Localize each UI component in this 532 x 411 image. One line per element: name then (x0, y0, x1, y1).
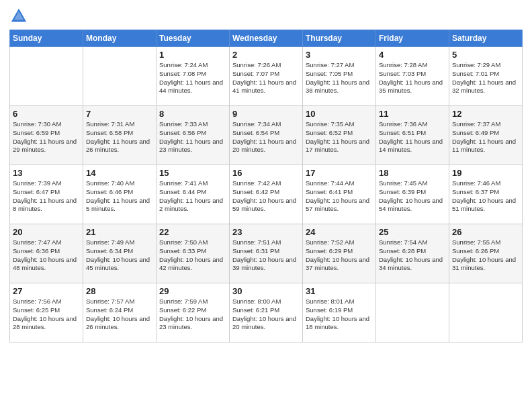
cell-info: Sunrise: 8:00 AM Sunset: 6:21 PM Dayligh… (232, 298, 300, 332)
day-number: 20 (13, 227, 80, 237)
cell-info: Sunrise: 7:28 AM Sunset: 7:03 PM Dayligh… (379, 61, 446, 95)
day-number: 7 (86, 109, 153, 119)
cell-info: Sunrise: 7:35 AM Sunset: 6:52 PM Dayligh… (306, 120, 373, 154)
calendar-week-row: 1Sunrise: 7:24 AM Sunset: 7:08 PM Daylig… (10, 47, 523, 106)
calendar-cell: 23Sunrise: 7:51 AM Sunset: 6:31 PM Dayli… (230, 224, 303, 283)
header (9, 7, 523, 26)
day-number: 4 (379, 50, 446, 60)
calendar-cell: 11Sunrise: 7:36 AM Sunset: 6:51 PM Dayli… (376, 106, 449, 165)
calendar-cell: 25Sunrise: 7:54 AM Sunset: 6:28 PM Dayli… (376, 224, 449, 283)
logo (9, 7, 31, 26)
day-number: 22 (159, 227, 226, 237)
cell-info: Sunrise: 7:52 AM Sunset: 6:29 PM Dayligh… (306, 238, 373, 273)
day-number: 19 (452, 168, 519, 178)
calendar-cell: 13Sunrise: 7:39 AM Sunset: 6:47 PM Dayli… (10, 165, 83, 224)
cell-info: Sunrise: 7:42 AM Sunset: 6:42 PM Dayligh… (232, 179, 300, 214)
cell-info: Sunrise: 7:45 AM Sunset: 6:39 PM Dayligh… (379, 179, 446, 214)
cell-info: Sunrise: 7:36 AM Sunset: 6:51 PM Dayligh… (379, 120, 446, 154)
calendar-cell: 30Sunrise: 8:00 AM Sunset: 6:21 PM Dayli… (230, 283, 303, 342)
day-number: 26 (452, 227, 519, 237)
cell-info: Sunrise: 7:59 AM Sunset: 6:22 PM Dayligh… (159, 298, 226, 332)
cell-info: Sunrise: 7:37 AM Sunset: 6:49 PM Dayligh… (452, 120, 519, 154)
day-number: 10 (306, 109, 373, 119)
cell-info: Sunrise: 7:56 AM Sunset: 6:25 PM Dayligh… (13, 298, 80, 332)
day-number: 3 (306, 50, 373, 60)
calendar-week-row: 13Sunrise: 7:39 AM Sunset: 6:47 PM Dayli… (10, 165, 523, 224)
calendar-cell: 16Sunrise: 7:42 AM Sunset: 6:42 PM Dayli… (230, 165, 303, 224)
calendar-cell: 18Sunrise: 7:45 AM Sunset: 6:39 PM Dayli… (376, 165, 449, 224)
day-number: 12 (452, 109, 519, 119)
calendar-cell: 14Sunrise: 7:40 AM Sunset: 6:46 PM Dayli… (83, 165, 157, 224)
calendar-cell: 20Sunrise: 7:47 AM Sunset: 6:36 PM Dayli… (10, 224, 83, 283)
calendar-cell: 26Sunrise: 7:55 AM Sunset: 6:26 PM Dayli… (449, 224, 523, 283)
cell-info: Sunrise: 7:47 AM Sunset: 6:36 PM Dayligh… (13, 238, 80, 273)
day-header-wednesday: Wednesday (230, 30, 303, 47)
cell-info: Sunrise: 7:40 AM Sunset: 6:46 PM Dayligh… (86, 179, 153, 214)
calendar-cell: 5Sunrise: 7:29 AM Sunset: 7:01 PM Daylig… (449, 47, 523, 106)
day-number: 2 (232, 50, 300, 60)
calendar-cell: 7Sunrise: 7:31 AM Sunset: 6:58 PM Daylig… (83, 106, 157, 165)
day-header-thursday: Thursday (303, 30, 376, 47)
day-number: 24 (306, 227, 373, 237)
calendar-cell: 9Sunrise: 7:34 AM Sunset: 6:54 PM Daylig… (230, 106, 303, 165)
day-number: 5 (452, 50, 519, 60)
calendar-week-row: 20Sunrise: 7:47 AM Sunset: 6:36 PM Dayli… (10, 224, 523, 283)
day-number: 29 (159, 286, 226, 296)
day-number: 16 (232, 168, 300, 178)
day-header-sunday: Sunday (10, 30, 83, 47)
day-number: 17 (306, 168, 373, 178)
day-number: 28 (86, 286, 153, 296)
cell-info: Sunrise: 7:26 AM Sunset: 7:07 PM Dayligh… (232, 61, 300, 95)
day-number: 6 (13, 109, 80, 119)
calendar-cell (376, 283, 449, 342)
page: SundayMondayTuesdayWednesdayThursdayFrid… (0, 0, 532, 411)
day-number: 15 (159, 168, 226, 178)
day-number: 13 (13, 168, 80, 178)
cell-info: Sunrise: 8:01 AM Sunset: 6:19 PM Dayligh… (306, 298, 373, 332)
day-number: 11 (379, 109, 446, 119)
day-number: 14 (86, 168, 153, 178)
calendar-cell: 1Sunrise: 7:24 AM Sunset: 7:08 PM Daylig… (157, 47, 230, 106)
calendar-cell (449, 283, 523, 342)
logo-icon (9, 7, 28, 26)
cell-info: Sunrise: 7:30 AM Sunset: 6:59 PM Dayligh… (13, 120, 80, 154)
cell-info: Sunrise: 7:54 AM Sunset: 6:28 PM Dayligh… (379, 238, 446, 273)
day-number: 1 (159, 50, 226, 60)
day-number: 23 (232, 227, 300, 237)
cell-info: Sunrise: 7:39 AM Sunset: 6:47 PM Dayligh… (13, 179, 80, 214)
calendar-cell: 12Sunrise: 7:37 AM Sunset: 6:49 PM Dayli… (449, 106, 523, 165)
day-number: 8 (159, 109, 226, 119)
cell-info: Sunrise: 7:55 AM Sunset: 6:26 PM Dayligh… (452, 238, 519, 273)
cell-info: Sunrise: 7:44 AM Sunset: 6:41 PM Dayligh… (306, 179, 373, 214)
calendar-cell: 31Sunrise: 8:01 AM Sunset: 6:19 PM Dayli… (303, 283, 376, 342)
calendar-cell: 3Sunrise: 7:27 AM Sunset: 7:05 PM Daylig… (303, 47, 376, 106)
calendar-table: SundayMondayTuesdayWednesdayThursdayFrid… (9, 30, 523, 342)
day-number: 9 (232, 109, 300, 119)
cell-info: Sunrise: 7:29 AM Sunset: 7:01 PM Dayligh… (452, 61, 519, 95)
calendar-cell: 29Sunrise: 7:59 AM Sunset: 6:22 PM Dayli… (157, 283, 230, 342)
calendar-cell: 27Sunrise: 7:56 AM Sunset: 6:25 PM Dayli… (10, 283, 83, 342)
calendar-week-row: 27Sunrise: 7:56 AM Sunset: 6:25 PM Dayli… (10, 283, 523, 342)
day-number: 21 (86, 227, 153, 237)
cell-info: Sunrise: 7:50 AM Sunset: 6:33 PM Dayligh… (159, 238, 226, 273)
calendar-cell: 22Sunrise: 7:50 AM Sunset: 6:33 PM Dayli… (157, 224, 230, 283)
cell-info: Sunrise: 7:51 AM Sunset: 6:31 PM Dayligh… (232, 238, 300, 273)
cell-info: Sunrise: 7:27 AM Sunset: 7:05 PM Dayligh… (306, 61, 373, 95)
calendar-header-row: SundayMondayTuesdayWednesdayThursdayFrid… (10, 30, 523, 47)
calendar-cell: 4Sunrise: 7:28 AM Sunset: 7:03 PM Daylig… (376, 47, 449, 106)
cell-info: Sunrise: 7:33 AM Sunset: 6:56 PM Dayligh… (159, 120, 226, 154)
calendar-cell (10, 47, 83, 106)
day-header-tuesday: Tuesday (157, 30, 230, 47)
calendar-cell: 19Sunrise: 7:46 AM Sunset: 6:37 PM Dayli… (449, 165, 523, 224)
calendar-cell: 21Sunrise: 7:49 AM Sunset: 6:34 PM Dayli… (83, 224, 157, 283)
cell-info: Sunrise: 7:57 AM Sunset: 6:24 PM Dayligh… (86, 298, 153, 332)
calendar-cell: 17Sunrise: 7:44 AM Sunset: 6:41 PM Dayli… (303, 165, 376, 224)
calendar-cell (83, 47, 157, 106)
day-header-friday: Friday (376, 30, 449, 47)
calendar-cell: 15Sunrise: 7:41 AM Sunset: 6:44 PM Dayli… (157, 165, 230, 224)
calendar-cell: 24Sunrise: 7:52 AM Sunset: 6:29 PM Dayli… (303, 224, 376, 283)
calendar-cell: 10Sunrise: 7:35 AM Sunset: 6:52 PM Dayli… (303, 106, 376, 165)
day-header-monday: Monday (83, 30, 157, 47)
cell-info: Sunrise: 7:41 AM Sunset: 6:44 PM Dayligh… (159, 179, 226, 214)
cell-info: Sunrise: 7:46 AM Sunset: 6:37 PM Dayligh… (452, 179, 519, 214)
